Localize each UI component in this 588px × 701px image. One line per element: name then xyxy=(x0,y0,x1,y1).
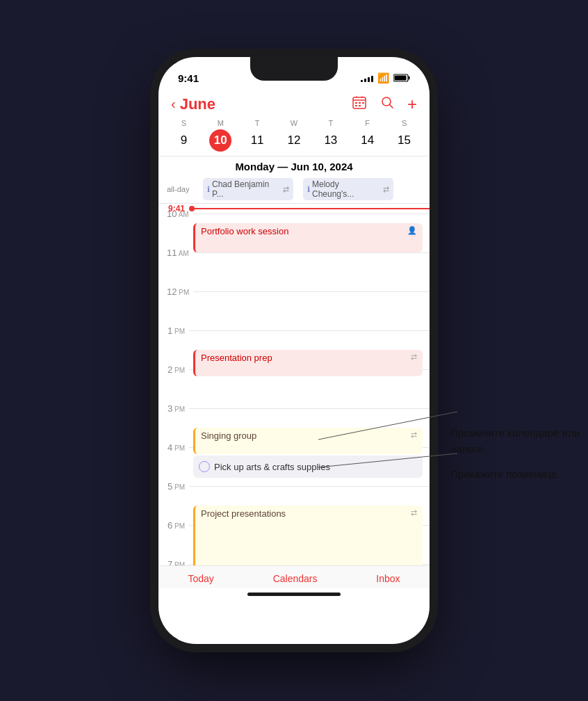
svg-rect-8 xyxy=(359,102,361,104)
back-arrow-icon[interactable]: ‹ xyxy=(171,96,176,112)
time-slot-11: 11 AM xyxy=(158,252,430,291)
sync-icon-2: ⇄ xyxy=(383,185,389,194)
info-icon-2: ℹ xyxy=(307,185,310,194)
sync-icon-portfolio: 👤 xyxy=(407,226,417,235)
svg-rect-11 xyxy=(359,105,361,106)
info-icon: ℹ xyxy=(207,185,210,194)
battery-icon xyxy=(393,74,410,82)
sync-icon: ⇄ xyxy=(283,185,289,194)
event-presentation-title: Presentation prep xyxy=(201,353,272,363)
week-day-tue[interactable]: T 11 xyxy=(239,119,276,152)
day-header: Monday — Jun 10, 2024 xyxy=(158,156,430,175)
event-presentation[interactable]: Presentation prep ⇄ xyxy=(193,350,423,376)
search-icon[interactable] xyxy=(379,95,395,113)
time-slot-12: 12 PM xyxy=(158,291,430,330)
event-singing[interactable]: Singing group ⇄ xyxy=(193,428,423,454)
callout-annotations: Промените календаре или налоге. Прикажит… xyxy=(450,426,588,492)
notch xyxy=(250,57,338,81)
calendar-header: ‹ June xyxy=(158,92,430,119)
week-day-fri[interactable]: F 14 xyxy=(349,119,386,152)
event-singing-title: Singing group xyxy=(201,430,256,441)
bottom-tabs: Today Calendars Inbox xyxy=(158,565,430,588)
home-indicator xyxy=(247,593,341,596)
event-arts-task[interactable]: Pick up arts & crafts supplies xyxy=(193,456,423,478)
week-day-sat[interactable]: S 15 xyxy=(386,119,423,152)
month-navigation[interactable]: ‹ June xyxy=(171,95,215,113)
callout-inbox: Прикажите позивнице. xyxy=(450,467,588,483)
tab-today[interactable]: Today xyxy=(188,573,213,584)
sync-icon-project: ⇄ xyxy=(411,508,417,519)
event-arts-title: Pick up arts & crafts supplies xyxy=(214,462,330,472)
slots-container: 10 AM 11 AM 12 PM xyxy=(158,213,430,565)
allday-event-melody[interactable]: ℹ Melody Cheung's... ⇄ xyxy=(303,178,393,200)
sync-icon-presentation: ⇄ xyxy=(411,353,417,362)
signal-icon xyxy=(361,74,373,82)
svg-rect-2 xyxy=(395,76,407,81)
event-portfolio-title: Portfolio work session xyxy=(201,226,288,236)
event-project[interactable]: Project presentations ⇄ ⊙ 5–7PM xyxy=(193,506,423,565)
week-day-mon[interactable]: M 10 xyxy=(202,119,239,152)
allday-row: all-day ℹ Chad Benjamin P... ⇄ ℹ Melody … xyxy=(158,175,430,204)
current-time-label: 9:41 xyxy=(158,204,189,213)
current-time-indicator: 9:41 xyxy=(158,204,430,213)
week-day-wed[interactable]: W 12 xyxy=(276,119,313,152)
tab-calendars[interactable]: Calendars xyxy=(273,573,318,584)
current-time-dot xyxy=(189,206,195,211)
week-row: S 9 M 10 T 11 W 12 T 13 F 14 xyxy=(158,119,430,152)
svg-rect-1 xyxy=(409,76,410,80)
task-circle-icon xyxy=(199,461,210,472)
phone-frame: 9:41 📶 ‹ June xyxy=(158,57,430,644)
status-icons: 📶 xyxy=(361,72,410,83)
calendar-grid-icon[interactable] xyxy=(352,95,367,113)
svg-rect-10 xyxy=(355,105,357,106)
svg-line-13 xyxy=(389,105,393,108)
week-day-thu[interactable]: T 13 xyxy=(312,119,349,152)
tab-inbox[interactable]: Inbox xyxy=(376,573,400,584)
week-day-sun[interactable]: S 9 xyxy=(165,119,202,152)
add-event-icon[interactable]: + xyxy=(407,96,417,113)
allday-label: all-day xyxy=(167,185,197,193)
callout-calendars: Промените календаре или налоге. xyxy=(450,426,588,457)
allday-event-chad[interactable]: ℹ Chad Benjamin P... ⇄ xyxy=(203,178,293,200)
svg-rect-7 xyxy=(355,102,357,104)
sync-icon-singing: ⇄ xyxy=(411,430,417,440)
month-title[interactable]: June xyxy=(180,95,215,113)
event-project-title: Project presentations xyxy=(201,508,286,519)
event-portfolio[interactable]: Portfolio work session 👤 xyxy=(193,223,423,252)
current-time-line xyxy=(192,208,430,209)
status-time: 9:41 xyxy=(178,72,199,84)
wifi-icon: 📶 xyxy=(377,72,389,83)
svg-rect-9 xyxy=(362,102,364,104)
timeline: 9:41 10 AM 11 AM xyxy=(158,204,430,565)
header-action-icons: + xyxy=(352,95,417,113)
